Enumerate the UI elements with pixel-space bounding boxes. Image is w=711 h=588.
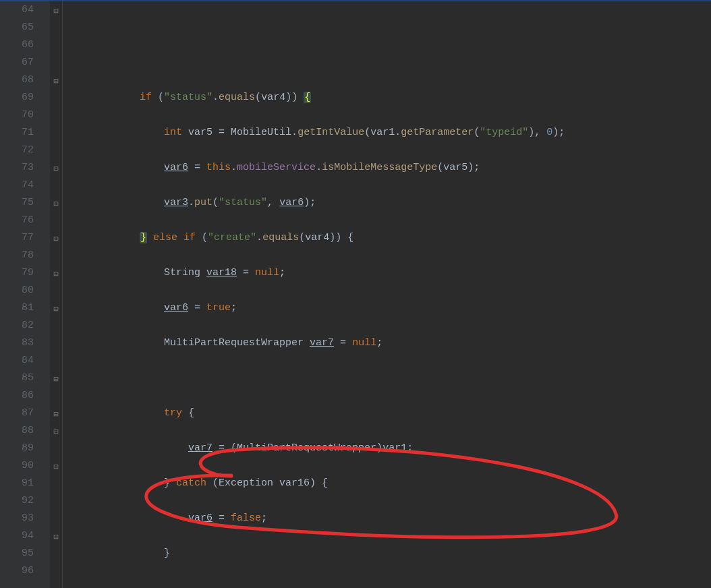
fold-marker[interactable]: ⊟ xyxy=(50,459,62,476)
line-number: 77 xyxy=(7,229,34,247)
fold-marker[interactable]: ⊟ xyxy=(50,406,62,423)
code-line: MultiPartRequestWrapper var7 = null; xyxy=(67,334,565,352)
code-line: String var18 = null; xyxy=(67,264,565,282)
line-number: 76 xyxy=(7,212,34,229)
line-number: 74 xyxy=(7,177,34,194)
line-number: 65 xyxy=(7,19,34,36)
line-number: 79 xyxy=(7,264,34,282)
code-line: if ("status".equals(var4)) { xyxy=(67,89,565,107)
code-line: } catch (Exception var16) { xyxy=(67,475,565,492)
line-number: 96 xyxy=(7,562,34,580)
line-number: 85 xyxy=(7,370,34,387)
line-number: 64 xyxy=(7,1,34,19)
line-number: 84 xyxy=(7,352,34,370)
line-number: 87 xyxy=(7,405,34,422)
line-number: 81 xyxy=(7,299,34,317)
code-line: int var5 = MobileUtil.getIntValue(var1.g… xyxy=(67,124,565,142)
line-number-gutter: 6465666768697071727374757677787980818283… xyxy=(0,1,50,588)
line-number: 75 xyxy=(7,194,34,212)
fold-marker[interactable]: ⊟ xyxy=(50,73,62,90)
code-area[interactable]: if ("status".equals(var4)) { int var5 = … xyxy=(63,1,565,588)
fold-marker[interactable]: ⊟ xyxy=(50,3,62,20)
code-line: try { xyxy=(67,405,565,422)
line-number: 80 xyxy=(7,282,34,299)
line-number: 72 xyxy=(7,142,34,159)
line-number: 95 xyxy=(7,545,34,562)
line-number: 69 xyxy=(7,89,34,107)
fold-marker[interactable]: ⊟ xyxy=(50,160,62,178)
line-number: 94 xyxy=(7,527,34,545)
line-number: 88 xyxy=(7,422,34,440)
fold-marker[interactable]: ⊟ xyxy=(50,196,62,213)
fold-gutter: ⊟ ⊟ ⊟ ⊟ ⊟ ⊟ ⊟ ⊟ ⊟ ⊟ ⊟ ⊟ xyxy=(50,1,63,588)
code-line: var6 = true; xyxy=(67,299,565,317)
code-line: } else if ("create".equals(var4)) { xyxy=(67,229,565,247)
line-number: 73 xyxy=(7,159,34,177)
code-editor[interactable]: 6465666768697071727374757677787980818283… xyxy=(0,0,711,588)
line-number: 83 xyxy=(7,334,34,352)
code-line xyxy=(67,580,565,588)
line-number: 71 xyxy=(7,124,34,142)
line-number: 70 xyxy=(7,107,34,124)
line-number: 67 xyxy=(7,54,34,71)
code-line: } xyxy=(67,545,565,562)
line-number: 93 xyxy=(7,510,34,527)
fold-marker[interactable]: ⊟ xyxy=(50,529,62,546)
fold-marker[interactable]: ⊟ xyxy=(50,266,62,283)
line-number: 86 xyxy=(7,387,34,405)
line-number: 89 xyxy=(7,440,34,457)
code-line xyxy=(67,370,565,387)
fold-marker[interactable]: ⊟ xyxy=(50,231,62,248)
fold-marker[interactable]: ⊟ xyxy=(50,371,62,388)
code-line: var7 = (MultiPartRequestWrapper)var1; xyxy=(67,440,565,457)
fold-marker[interactable]: ⊟ xyxy=(50,301,62,318)
fold-marker[interactable]: ⊟ xyxy=(50,423,62,441)
line-number: 66 xyxy=(7,36,34,54)
code-line: var3.put("status", var6); xyxy=(67,194,565,212)
line-number: 90 xyxy=(7,457,34,475)
code-line: var6 = this.mobileService.isMobileMessag… xyxy=(67,159,565,177)
code-line: var6 = false; xyxy=(67,510,565,527)
line-number: 91 xyxy=(7,475,34,492)
line-number: 68 xyxy=(7,71,34,89)
line-number: 78 xyxy=(7,247,34,264)
line-number: 92 xyxy=(7,492,34,510)
line-number: 82 xyxy=(7,317,34,334)
